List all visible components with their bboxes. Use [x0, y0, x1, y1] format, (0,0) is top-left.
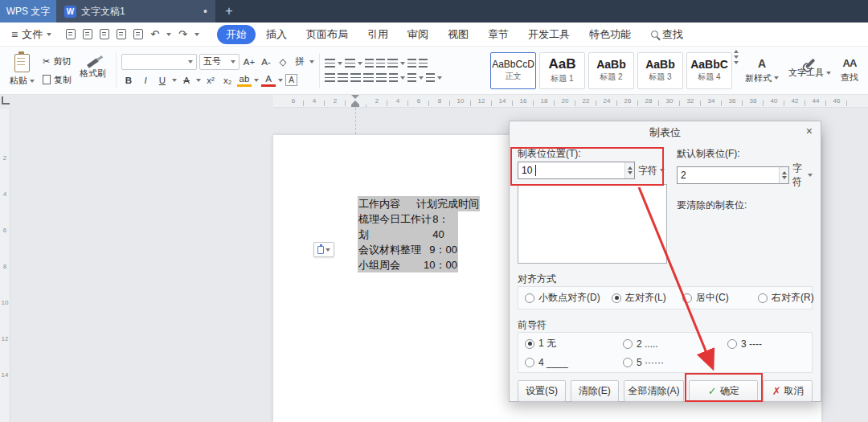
shading-dropdown-icon[interactable]	[419, 76, 424, 80]
style-item[interactable]: AaBbC 标题 4	[686, 52, 732, 89]
font-name-combo[interactable]	[121, 54, 197, 70]
file-menu-button[interactable]: ≡ 文件	[6, 25, 56, 44]
print-preview-icon[interactable]	[117, 29, 126, 39]
ribbon-tab[interactable]: 引用	[358, 25, 397, 44]
strikethrough-button[interactable]: A	[179, 73, 194, 88]
bullet-list-dropdown-icon[interactable]	[338, 62, 342, 65]
superscript-button[interactable]: x²	[203, 73, 218, 88]
strikethrough-dropdown-icon[interactable]	[196, 79, 201, 82]
show-marks-icon[interactable]	[419, 59, 428, 68]
gallery-up-icon[interactable]	[734, 50, 739, 53]
horizontal-ruler[interactable]: 6422468101214161820222426283032343638404…	[273, 95, 868, 108]
undo-dropdown-icon[interactable]	[166, 33, 171, 36]
borders-icon[interactable]	[426, 73, 435, 82]
tab-position-unit-dropdown[interactable]: 字符	[638, 164, 665, 178]
view-options-icon[interactable]	[133, 29, 143, 39]
save-icon[interactable]	[66, 29, 76, 39]
tab-position-spinner[interactable]	[624, 162, 634, 178]
grow-font-button[interactable]: A+	[242, 55, 256, 69]
gallery-down-icon[interactable]	[734, 55, 739, 59]
style-item[interactable]: AaBb 标题 2	[588, 52, 634, 89]
dialog-titlebar[interactable]: 制表位 ×	[510, 121, 821, 144]
paste-options-button[interactable]	[313, 242, 334, 257]
highlight-color-button[interactable]: ab	[237, 74, 252, 87]
default-tab-unit-dropdown[interactable]: 字符	[792, 162, 813, 189]
shading-icon[interactable]	[407, 73, 416, 82]
alignment-radio-option[interactable]: 左对齐(L)	[612, 291, 682, 305]
align-center-icon[interactable]	[338, 73, 348, 82]
format-painter-button[interactable]: 格式刷	[75, 59, 111, 81]
vertical-ruler[interactable]: 2468101214	[0, 109, 10, 422]
redo-icon[interactable]: ↷	[178, 28, 187, 40]
clear-format-button[interactable]: ◇	[276, 55, 290, 69]
leader-radio-option[interactable]: 3 ----	[727, 338, 805, 350]
italic-button[interactable]: I	[138, 73, 153, 88]
ok-button[interactable]: ✓ 确定	[689, 380, 758, 402]
align-distribute-icon[interactable]	[376, 73, 387, 82]
spinner-up-icon[interactable]	[628, 166, 633, 170]
spinner-down-icon[interactable]	[628, 171, 633, 174]
tab-type-selector[interactable]	[2, 96, 10, 104]
ribbon-tab[interactable]: 插入	[257, 25, 296, 44]
clear-button[interactable]: 清除(E)	[571, 380, 619, 402]
pinyin-guide-button[interactable]: 拼	[293, 55, 307, 69]
align-right-icon[interactable]	[350, 73, 361, 82]
new-style-button[interactable]: A 新样式	[740, 50, 784, 91]
set-button[interactable]: 设置(S)	[518, 380, 566, 402]
ribbon-tab[interactable]: 视图	[439, 25, 477, 44]
leader-radio-option[interactable]: 5 ······	[623, 357, 727, 368]
bold-button[interactable]: B	[121, 73, 136, 88]
font-size-combo[interactable]: 五号	[199, 54, 240, 70]
bullet-list-icon[interactable]	[325, 59, 335, 68]
cut-button[interactable]: ✂ 剪切	[39, 55, 75, 68]
increase-indent-icon[interactable]	[376, 59, 385, 68]
new-tab-button[interactable]: +	[215, 0, 243, 23]
align-left-icon[interactable]	[325, 73, 335, 82]
indent-marker[interactable]	[351, 95, 359, 107]
undo-icon[interactable]: ↶	[150, 28, 159, 40]
alignment-radio-option[interactable]: 居中(C)	[682, 291, 758, 305]
document-tab[interactable]: W 文字文稿1 •	[56, 0, 215, 23]
ribbon-tab[interactable]: 章节	[479, 25, 518, 44]
clear-all-button[interactable]: 全部清除(A)	[624, 380, 685, 402]
underline-dropdown-icon[interactable]	[172, 79, 177, 82]
leader-radio-option[interactable]: 1 无	[525, 337, 623, 350]
numbered-list-dropdown-icon[interactable]	[358, 62, 362, 65]
leader-radio-option[interactable]: 2 .....	[623, 338, 727, 350]
default-tab-spinner[interactable]	[779, 167, 788, 183]
dialog-close-button[interactable]: ×	[806, 125, 813, 137]
tab-stops-listbox[interactable]	[518, 184, 667, 264]
paste-button[interactable]: 粘贴	[5, 52, 39, 88]
first-line-indent-marker[interactable]	[351, 95, 359, 99]
app-home-tab[interactable]: WPS 文字	[0, 0, 56, 23]
spinner-up-icon[interactable]	[782, 171, 787, 174]
alignment-radio-option[interactable]: 小数点对齐(D)	[525, 291, 612, 305]
spinner-down-icon[interactable]	[782, 176, 787, 179]
gallery-more-icon[interactable]	[734, 61, 739, 64]
find-replace-button[interactable]: AA 查找	[836, 50, 863, 91]
style-item[interactable]: AaBb 标题 3	[637, 52, 683, 89]
character-border-button[interactable]: A	[285, 74, 297, 86]
text-tool-button[interactable]: 文字工具	[784, 50, 836, 91]
export-icon[interactable]	[83, 29, 92, 39]
ribbon-tab[interactable]: 特色功能	[580, 25, 640, 44]
borders-dropdown-icon[interactable]	[437, 76, 442, 80]
line-spacing-dropdown-icon[interactable]	[400, 76, 405, 80]
decrease-indent-icon[interactable]	[365, 59, 374, 68]
text-direction-icon[interactable]	[387, 59, 398, 68]
ribbon-tab[interactable]: 页面布局	[297, 25, 357, 44]
pinyin-dropdown-icon[interactable]	[309, 60, 314, 64]
style-item[interactable]: AaB 标题 1	[539, 52, 585, 89]
font-color-dropdown-icon[interactable]	[278, 79, 283, 82]
font-color-button[interactable]: A	[261, 74, 276, 87]
subscript-button[interactable]: x₂	[220, 73, 235, 88]
default-tab-input[interactable]	[677, 166, 789, 184]
copy-button[interactable]: 复制	[39, 73, 75, 87]
print-icon[interactable]	[100, 29, 109, 39]
style-item[interactable]: AaBbCcD 正文	[490, 52, 536, 89]
ribbon-tab[interactable]: 开始	[217, 25, 256, 44]
sort-icon[interactable]	[407, 59, 416, 68]
align-justify-icon[interactable]	[363, 73, 374, 82]
alignment-radio-option[interactable]: 右对齐(R)	[758, 291, 814, 305]
numbered-list-icon[interactable]	[345, 59, 355, 68]
